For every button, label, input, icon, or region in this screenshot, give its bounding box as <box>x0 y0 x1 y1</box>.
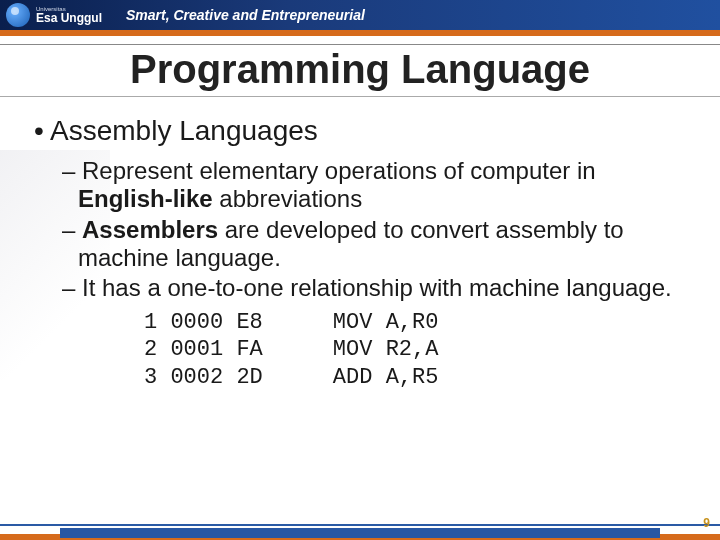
code-right-2: MOV R2,A <box>333 336 439 364</box>
sub-item-1: Represent elementary operations of compu… <box>62 157 686 214</box>
university-big-text: Esa Unggul <box>36 12 102 24</box>
footer-band <box>0 526 720 540</box>
hairline-under-title <box>0 96 720 97</box>
sub1-post: abbreviations <box>213 185 362 212</box>
sub1-pre: Represent elementary operations of compu… <box>82 157 596 184</box>
code-left-column: 1 0000 E8 2 0001 FA 3 0002 2D <box>144 309 263 392</box>
orange-divider <box>0 30 720 36</box>
slide-title: Programming Language <box>0 47 720 96</box>
page-number: 9 <box>703 516 710 530</box>
code-right-3: ADD A,R5 <box>333 364 439 392</box>
code-left-3: 3 0002 2D <box>144 364 263 392</box>
footer-inner-bar <box>60 528 660 538</box>
footer <box>0 524 720 540</box>
university-logo-icon <box>6 3 30 27</box>
sub2-bold: Assemblers <box>82 216 218 243</box>
code-block: 1 0000 E8 2 0001 FA 3 0002 2D MOV A,R0 M… <box>144 309 686 392</box>
sub-item-3: It has a one-to-one relationship with ma… <box>62 274 686 302</box>
university-name: Universitas Esa Unggul <box>36 6 102 24</box>
sub-item-2: Assemblers are developed to convert asse… <box>62 216 686 273</box>
tagline-text: Smart, Creative and Entrepreneurial <box>126 7 365 23</box>
code-left-2: 2 0001 FA <box>144 336 263 364</box>
sub1-bold: English-like <box>78 185 213 212</box>
sub-bullets: Represent elementary operations of compu… <box>62 157 686 303</box>
content-area: Assembly Languages Represent elementary … <box>0 115 720 391</box>
hairline-top <box>0 44 720 45</box>
code-right-1: MOV A,R0 <box>333 309 439 337</box>
sub3-pre: It has a one-to-one relationship with ma… <box>82 274 672 301</box>
bullet-assembly-languages: Assembly Languages <box>34 115 686 147</box>
header-bar: Universitas Esa Unggul Smart, Creative a… <box>0 0 720 30</box>
code-right-column: MOV A,R0 MOV R2,A ADD A,R5 <box>333 309 439 392</box>
code-left-1: 1 0000 E8 <box>144 309 263 337</box>
